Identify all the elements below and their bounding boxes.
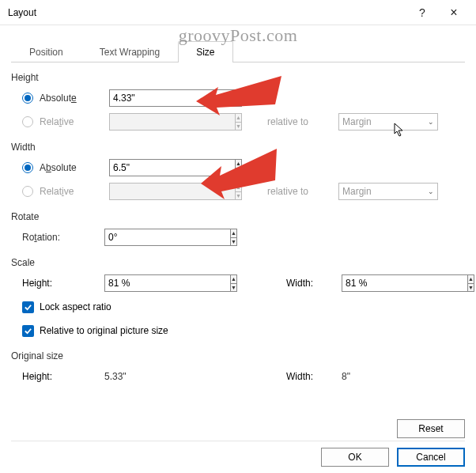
cancel-button[interactable]: Cancel [397,448,465,467]
height-section-label: Height [11,72,465,83]
reset-button[interactable]: Reset [397,419,465,438]
spin-up-icon[interactable]: ▲ [468,275,474,284]
width-relative-spinner: ▲▼ [109,183,182,200]
width-relative-to-combo[interactable]: Margin ⌄ [338,183,438,200]
height-relative-to-label: relative to [267,116,338,127]
height-absolute-radio[interactable] [22,93,33,104]
spin-down-icon: ▼ [236,123,241,131]
help-button[interactable]: ? [406,2,438,24]
height-relative-radio[interactable] [22,116,33,127]
scale-height-label: Height: [22,278,52,289]
height-relative-spinner: ▲▼ [109,113,182,131]
width-section-label: Width [11,142,465,153]
height-absolute-input[interactable] [109,89,235,107]
height-absolute-label: Absolute [40,93,109,104]
relative-original-checkbox[interactable] [22,325,34,337]
close-button[interactable]: × [438,2,470,24]
height-relative-label: Relative [40,116,109,127]
height-relative-input [109,113,235,131]
width-absolute-spinner[interactable]: ▲▼ [109,159,182,176]
spin-up-icon[interactable]: ▲ [231,229,236,238]
width-relative-radio[interactable] [22,186,33,197]
spin-up-icon: ▲ [236,184,241,192]
ok-button[interactable]: OK [321,448,389,467]
rotation-input[interactable] [104,229,230,246]
height-absolute-spinner[interactable]: ▲▼ [109,89,182,107]
original-width-label: Width: [286,371,313,382]
tab-position[interactable]: Position [11,41,81,62]
original-height-value: 5.33" [104,371,127,382]
rotate-section-label: Rotate [11,211,465,222]
relative-original-label: Relative to original picture size [40,325,168,336]
chevron-down-icon: ⌄ [428,118,434,126]
spin-down-icon[interactable]: ▼ [236,168,241,176]
width-absolute-label: Absolute [40,162,109,173]
original-height-label: Height: [22,371,52,382]
width-relative-to-label: relative to [267,186,338,197]
lock-aspect-label: Lock aspect ratio [40,301,111,312]
original-width-value: 8" [342,371,350,382]
spin-up-icon: ▲ [236,114,241,123]
height-relative-to-combo[interactable]: Margin ⌄ [338,113,438,131]
scale-width-spinner[interactable]: ▲▼ [342,274,414,292]
width-relative-input [109,183,235,200]
scale-width-input[interactable] [342,274,467,292]
spin-down-icon: ▼ [236,192,241,200]
spin-down-icon[interactable]: ▼ [231,284,236,292]
spin-down-icon[interactable]: ▼ [236,99,241,107]
title-bar: Layout ? × [0,0,476,25]
rotation-spinner[interactable]: ▲▼ [104,229,177,246]
spin-down-icon[interactable]: ▼ [231,238,236,246]
rotation-label: Rotation: [22,232,104,243]
chevron-down-icon: ⌄ [428,187,434,195]
spin-up-icon[interactable]: ▲ [236,160,241,168]
spin-down-icon[interactable]: ▼ [468,284,474,292]
tab-strip: Position Text Wrapping Size [11,41,465,62]
window-title: Layout [8,7,406,18]
scale-height-spinner[interactable]: ▲▼ [104,274,177,292]
lock-aspect-checkbox[interactable] [22,301,34,313]
scale-width-label: Width: [286,278,313,289]
spin-up-icon[interactable]: ▲ [236,90,241,99]
tab-text-wrapping[interactable]: Text Wrapping [81,41,178,62]
spin-up-icon[interactable]: ▲ [231,275,236,284]
tab-size[interactable]: Size [178,41,232,62]
scale-section-label: Scale [11,257,465,268]
width-absolute-radio[interactable] [22,162,33,173]
scale-height-input[interactable] [104,274,230,292]
width-relative-label: Relative [40,186,109,197]
width-absolute-input[interactable] [109,159,235,176]
original-section-label: Original size [11,350,465,361]
